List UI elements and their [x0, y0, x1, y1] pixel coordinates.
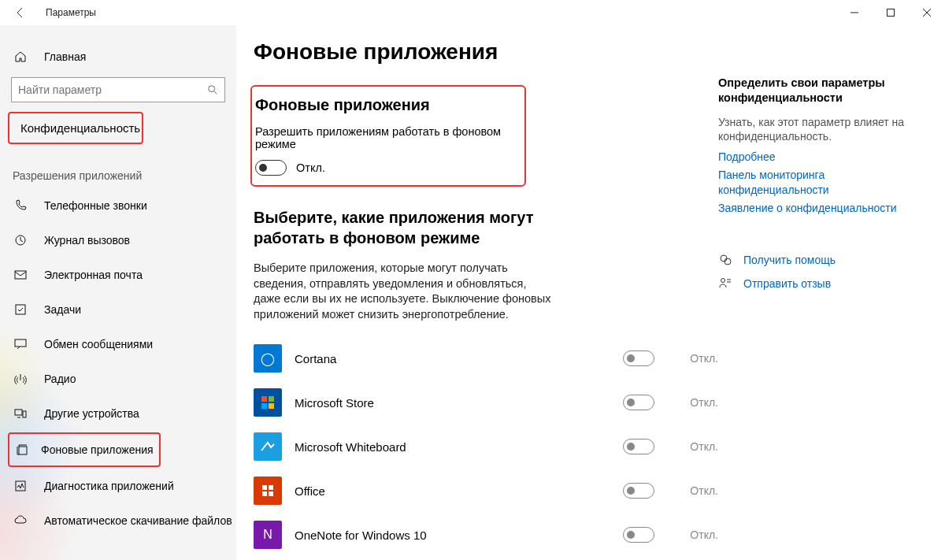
sidebar-item-6[interactable]: Другие устройства [0, 396, 236, 431]
app-toggle-state: Откл. [690, 528, 718, 541]
app-row: Paint 3DОткл. [254, 557, 718, 560]
svg-rect-17 [269, 491, 273, 496]
app-row: NOneNote for Windows 10Откл. [254, 513, 718, 557]
svg-rect-9 [16, 481, 25, 491]
feedback-icon [718, 277, 732, 290]
svg-rect-13 [269, 403, 274, 409]
svg-rect-12 [261, 403, 267, 409]
sidebar-item-2[interactable]: Электронная почта [0, 258, 236, 292]
sidebar-item-label: Диагностика приложений [44, 480, 174, 492]
right-heading: Определить свои параметры конфиденциальн… [718, 76, 915, 106]
sidebar-group-label: Разрешения приложений [0, 144, 236, 188]
sidebar-home[interactable]: Главная [0, 41, 236, 72]
search-box[interactable] [11, 77, 225, 102]
cloud-download-icon [13, 514, 28, 527]
section-description: Выберите приложения, которые могут получ… [254, 261, 553, 322]
clock-icon [13, 234, 28, 247]
sidebar-home-label: Главная [44, 50, 86, 63]
diagnostics-icon [13, 480, 28, 492]
app-row: OfficeОткл. [254, 469, 718, 513]
phone-icon [13, 199, 28, 212]
app-row: Microsoft WhiteboardОткл. [254, 425, 718, 469]
back-button[interactable] [9, 2, 32, 24]
svg-rect-10 [261, 396, 267, 402]
sidebar-item-label: Радио [44, 373, 76, 385]
sidebar-item-0[interactable]: Телефонные звонки [0, 188, 236, 223]
sidebar-item-label: Обмен сообщениями [44, 338, 153, 350]
svg-rect-0 [888, 9, 895, 17]
app-row: Microsoft StoreОткл. [254, 380, 718, 425]
svg-rect-16 [262, 491, 267, 496]
app-toggle[interactable] [623, 395, 654, 410]
sidebar-item-1[interactable]: Журнал вызовов [0, 223, 236, 258]
svg-point-1 [209, 86, 215, 92]
background-apps-icon [14, 443, 30, 456]
sidebar-category-label: Конфиденциальность [20, 121, 140, 135]
right-link-1[interactable]: Панель мониторинга конфиденциальности [718, 168, 915, 198]
devices-icon [13, 407, 28, 420]
app-toggle[interactable] [623, 483, 654, 499]
svg-rect-6 [15, 410, 22, 415]
svg-rect-4 [16, 305, 25, 314]
app-name: Cortana [295, 352, 623, 365]
sidebar: Главная Конфиденциальность Разрешения пр… [0, 25, 236, 560]
send-feedback-label: Отправить отзыв [743, 277, 831, 290]
svg-rect-5 [15, 339, 26, 347]
sidebar-item-5[interactable]: Радио [0, 362, 236, 396]
close-button[interactable] [909, 0, 945, 25]
help-icon [718, 254, 732, 266]
window-title: Параметры [46, 7, 96, 18]
app-toggle[interactable] [623, 350, 654, 366]
right-link-0[interactable]: Подробнее [718, 150, 915, 165]
app-toggle-state: Откл. [690, 440, 718, 453]
search-input[interactable] [18, 83, 207, 96]
mail-icon [13, 269, 28, 281]
app-toggle-state: Откл. [690, 352, 718, 365]
svg-rect-15 [269, 485, 273, 490]
radio-icon [13, 373, 28, 385]
app-icon [254, 432, 282, 461]
app-row: ◯CortanaОткл. [254, 336, 718, 380]
svg-rect-7 [23, 411, 26, 417]
app-toggle[interactable] [623, 439, 654, 454]
page-title: Фоновые приложения [254, 39, 718, 65]
svg-rect-8 [19, 447, 27, 454]
sidebar-item-4[interactable]: Обмен сообщениями [0, 327, 236, 362]
app-icon [254, 477, 282, 505]
sidebar-item-label: Автоматическое скачивание файлов [44, 514, 232, 527]
home-icon [13, 50, 28, 63]
sidebar-item-8[interactable]: Диагностика приложений [0, 469, 236, 503]
master-toggle-section: Фоновые приложения Разрешить приложениям… [250, 85, 526, 187]
app-name: OneNote for Windows 10 [295, 528, 623, 542]
sidebar-item-7[interactable]: Фоновые приложения [8, 432, 161, 467]
app-icon: ◯ [254, 344, 282, 373]
get-help-link[interactable]: Получить помощь [718, 254, 915, 266]
get-help-label: Получить помощь [743, 254, 836, 266]
send-feedback-link[interactable]: Отправить отзыв [718, 277, 915, 290]
svg-point-19 [724, 258, 731, 265]
sidebar-item-label: Фоновые приложения [41, 443, 154, 456]
app-name: Office [295, 484, 623, 498]
app-name: Microsoft Store [295, 396, 623, 410]
master-toggle-state: Откл. [296, 161, 325, 174]
sidebar-item-3[interactable]: Задачи [0, 292, 236, 327]
right-link-2[interactable]: Заявление о конфиденциальности [718, 201, 915, 216]
app-toggle[interactable] [623, 527, 654, 543]
app-toggle-state: Откл. [690, 484, 718, 497]
app-toggle-state: Откл. [690, 396, 718, 409]
sidebar-category-privacy[interactable]: Конфиденциальность [8, 112, 143, 144]
master-toggle[interactable] [255, 160, 287, 176]
master-toggle-label: Разрешить приложениям работать в фоновом… [255, 125, 513, 150]
search-icon [207, 84, 218, 95]
section-heading-2: Выберите, какие приложения могут работат… [254, 207, 592, 248]
minimize-button[interactable] [836, 0, 873, 25]
sidebar-item-9[interactable]: Автоматическое скачивание файлов [0, 503, 236, 538]
svg-rect-14 [262, 485, 267, 490]
sidebar-item-label: Задачи [44, 303, 81, 316]
sidebar-item-label: Телефонные звонки [44, 199, 147, 212]
sidebar-item-label: Другие устройства [44, 407, 139, 420]
app-icon: N [254, 521, 282, 549]
svg-rect-11 [269, 396, 274, 402]
maximize-button[interactable] [873, 0, 909, 25]
right-text: Узнать, как этот параметр влияет на конф… [718, 115, 915, 143]
